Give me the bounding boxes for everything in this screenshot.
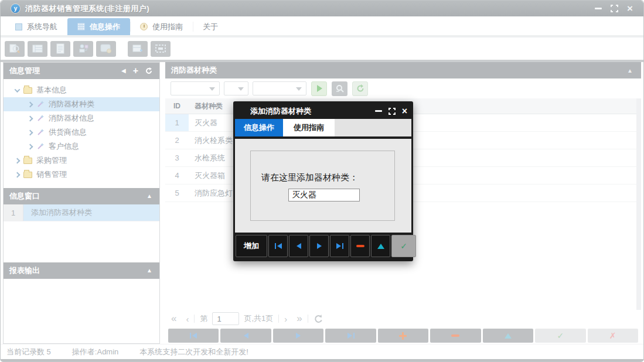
next-page-icon[interactable]: › bbox=[284, 314, 287, 324]
tree-node-basic-info[interactable]: 基本信息 bbox=[4, 83, 159, 97]
dialog-edit-button[interactable] bbox=[371, 235, 390, 257]
equipment-type-input[interactable] bbox=[288, 189, 360, 202]
chevron-right-icon bbox=[28, 115, 33, 121]
first-icon bbox=[275, 243, 276, 249]
dialog-tab-info-operation[interactable]: 信息操作 bbox=[235, 119, 283, 136]
dialog-prev-record-button[interactable] bbox=[289, 235, 308, 257]
prev-icon bbox=[244, 333, 248, 339]
magnifier-icon bbox=[335, 84, 345, 93]
dialog-button-bar: 增加 ✓ bbox=[235, 233, 411, 259]
prev-page-icon[interactable]: ‹ bbox=[186, 314, 189, 324]
status-bar: 当前记录数 5 操作者:Admin 本系统支持二次开发和全新开发! bbox=[1, 344, 643, 359]
tab-label: 使用指南 bbox=[152, 22, 183, 32]
refresh-grid-button[interactable] bbox=[352, 81, 368, 96]
tree-label: 采购管理 bbox=[36, 155, 67, 166]
last-icon bbox=[342, 243, 343, 249]
add-icon[interactable]: + bbox=[133, 66, 138, 76]
info-window-row[interactable]: 1 添加消防器材种类 bbox=[4, 204, 159, 221]
advanced-search-button[interactable] bbox=[332, 81, 347, 96]
refresh-icon[interactable] bbox=[145, 67, 152, 74]
collapse-up-icon[interactable]: ▲ bbox=[146, 268, 152, 274]
collapse-up-icon[interactable]: ▲ bbox=[627, 67, 633, 74]
form-view-button[interactable] bbox=[28, 41, 47, 57]
dialog-delete-button[interactable] bbox=[350, 235, 370, 257]
tab-info-operation[interactable]: 信息操作 bbox=[67, 18, 130, 35]
window-icon bbox=[100, 44, 112, 53]
close-icon[interactable]: × bbox=[627, 4, 633, 13]
wand-icon bbox=[36, 100, 45, 108]
page-count-label: 页,共1页 bbox=[244, 313, 273, 324]
next-icon bbox=[317, 243, 322, 249]
next-record-button[interactable] bbox=[273, 329, 323, 343]
cell-id: 5 bbox=[165, 189, 189, 197]
window-view-button[interactable] bbox=[96, 41, 116, 57]
tab-about[interactable]: 关于 bbox=[193, 18, 228, 35]
tab-label: 关于 bbox=[203, 22, 218, 32]
dialog-maximize-icon[interactable] bbox=[389, 108, 396, 115]
tree-label: 供货商信息 bbox=[49, 127, 87, 138]
confirm-button[interactable]: ✓ bbox=[535, 329, 585, 343]
refresh-icon bbox=[356, 84, 364, 93]
collapse-up-icon[interactable]: ▲ bbox=[146, 193, 152, 199]
reload-icon[interactable] bbox=[314, 315, 323, 323]
tab-user-guide[interactable]: 使用指南 bbox=[130, 18, 193, 35]
page-number-input[interactable] bbox=[212, 312, 239, 325]
user-org-button[interactable] bbox=[73, 41, 93, 57]
dialog-first-record-button[interactable] bbox=[268, 235, 288, 257]
tree-node-supplier-info[interactable]: 供货商信息 bbox=[4, 125, 159, 139]
next-icon bbox=[296, 333, 301, 339]
minimize-icon[interactable] bbox=[595, 8, 602, 9]
operator-select[interactable] bbox=[224, 81, 248, 95]
dialog-close-icon[interactable]: × bbox=[402, 107, 407, 116]
value-select[interactable] bbox=[253, 81, 306, 95]
restore-icon[interactable] bbox=[611, 5, 618, 12]
dialog-confirm-button[interactable]: ✓ bbox=[391, 235, 416, 257]
panel-title: 信息管理 bbox=[9, 66, 40, 76]
last-page-icon[interactable]: » bbox=[297, 313, 302, 325]
collapse-left-icon[interactable]: ◀ bbox=[121, 68, 126, 74]
left-panel: 信息管理 ◀ + 基本信息 消防 bbox=[3, 62, 160, 344]
last-icon bbox=[347, 333, 352, 339]
edit-record-button[interactable] bbox=[483, 329, 533, 343]
last-record-button[interactable] bbox=[325, 329, 376, 343]
dialog-title: 添加消防器材种类 bbox=[250, 106, 311, 117]
first-icon bbox=[190, 333, 191, 339]
dialog-tab-user-guide[interactable]: 使用指南 bbox=[283, 119, 335, 136]
field-select[interactable] bbox=[171, 81, 220, 95]
first-page-icon[interactable]: « bbox=[171, 313, 176, 325]
prev-record-button[interactable] bbox=[220, 329, 271, 343]
delete-record-button[interactable] bbox=[430, 329, 481, 343]
tree-label: 基本信息 bbox=[36, 85, 67, 95]
column-id[interactable]: ID bbox=[165, 102, 189, 110]
export-button[interactable] bbox=[128, 41, 148, 57]
user-org-icon bbox=[78, 43, 88, 54]
dialog-minimize-icon[interactable] bbox=[375, 110, 382, 112]
tree-node-purchase-mgmt[interactable]: 采购管理 bbox=[4, 153, 159, 168]
add-record-button[interactable] bbox=[378, 329, 428, 343]
dialog-next-record-button[interactable] bbox=[309, 235, 329, 257]
dialog-last-record-button[interactable] bbox=[330, 235, 349, 257]
selection-refresh-button[interactable] bbox=[151, 41, 171, 57]
chevron-right-icon bbox=[28, 101, 33, 107]
last-icon bbox=[336, 243, 341, 249]
document-button[interactable] bbox=[50, 41, 70, 57]
run-query-button[interactable] bbox=[311, 81, 327, 96]
dialog-tab-filler bbox=[335, 119, 411, 136]
window-controls: × bbox=[595, 4, 636, 13]
tree-node-customer-info[interactable]: 客户信息 bbox=[4, 139, 159, 153]
tree-node-equipment-info[interactable]: 消防器材信息 bbox=[4, 111, 159, 125]
search-button[interactable] bbox=[5, 41, 25, 57]
tree-node-equipment-type[interactable]: 消防器材种类 bbox=[4, 97, 159, 111]
cancel-button[interactable]: ✗ bbox=[588, 329, 638, 343]
vertical-scrollbar[interactable] bbox=[636, 98, 641, 310]
first-icon bbox=[192, 333, 197, 339]
tree-node-sales-mgmt[interactable]: 销售管理 bbox=[4, 168, 159, 182]
minus-icon bbox=[356, 245, 364, 247]
cell-id: 4 bbox=[165, 171, 189, 180]
pagination-separator bbox=[278, 315, 279, 323]
first-icon bbox=[277, 243, 282, 249]
tab-system-nav[interactable]: 系统导航 bbox=[5, 18, 67, 35]
add-button[interactable]: 增加 bbox=[236, 235, 267, 257]
row-label: 添加消防器材种类 bbox=[23, 204, 159, 221]
first-record-button[interactable] bbox=[168, 329, 219, 343]
